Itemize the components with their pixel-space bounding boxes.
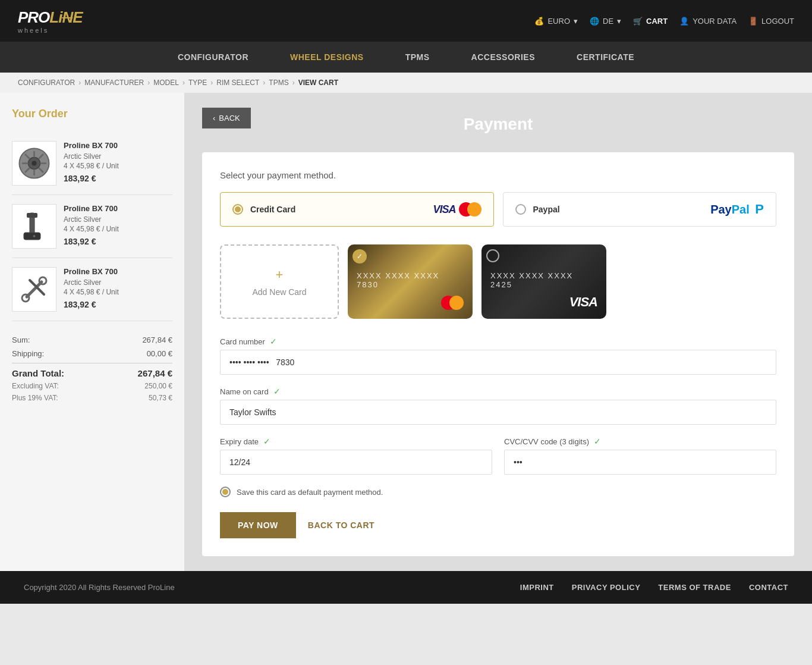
svg-point-16	[22, 294, 29, 302]
globe-icon: 🌐	[590, 17, 599, 26]
payment-method-credit-card[interactable]: Credit Card VISA	[220, 192, 494, 227]
logo-sub: wheels	[18, 27, 83, 34]
name-on-card-input[interactable]	[220, 400, 776, 425]
logout-icon: 🚪	[748, 17, 758, 26]
credit-card-logos: VISA	[433, 202, 481, 217]
cart-label: CART	[646, 17, 668, 26]
breadcrumb-manufacturer[interactable]: MANUFACTURER	[84, 79, 144, 87]
order-item-3-price: 183,92 €	[64, 300, 172, 309]
name-on-card-label: Name on card ✓	[220, 387, 776, 396]
footer: Copyright 2020 All Rights Reserved ProLi…	[0, 571, 812, 604]
logo: PROLiNE wheels	[18, 8, 83, 34]
currency-selector[interactable]: 💰 EURO ▾	[534, 17, 578, 26]
footer-privacy[interactable]: PRIVACY POLICY	[572, 583, 641, 592]
language-selector[interactable]: 🌐 DE ▾	[590, 17, 621, 26]
sum-label: Sum:	[12, 335, 30, 344]
footer-contact[interactable]: CONTACT	[749, 583, 788, 592]
page-title: Payment	[464, 115, 533, 134]
page-body: Your Order Proline BX	[0, 93, 812, 571]
black-card-footer: VISA	[490, 294, 597, 310]
order-item-1-price: 183,92 €	[64, 174, 172, 183]
order-item-1-quantity: 4 X 45,98 € / Unit	[64, 162, 172, 170]
nav-wheel-designs[interactable]: WHEEL DESIGNS	[284, 42, 370, 73]
logout-button[interactable]: 🚪 LOGOUT	[748, 17, 794, 26]
currency-icon: 💰	[534, 17, 544, 26]
order-item-2-price: 183,92 €	[64, 237, 172, 246]
order-item-1-sub: Arctic Silver	[64, 152, 172, 161]
cart-button[interactable]: 🛒 CART	[633, 17, 668, 26]
credit-card-label: Credit Card	[250, 205, 295, 214]
order-item-1-name: Proline BX 700	[64, 141, 172, 151]
order-item-2-name: Proline BX 700	[64, 204, 172, 214]
svg-point-17	[39, 277, 46, 284]
excl-vat-value: 250,00 €	[144, 382, 172, 390]
your-data-button[interactable]: 👤 YOUR DATA	[679, 17, 737, 26]
shipping-label: Shipping:	[12, 349, 44, 358]
back-button[interactable]: ‹ BACK	[202, 108, 251, 128]
saved-cards: + Add New Card ✓ XXXX XXXX XXXX 7830	[220, 244, 776, 319]
card-number-input[interactable]	[220, 350, 776, 375]
language-label: DE	[603, 17, 613, 26]
pay-now-button[interactable]: PAY NOW	[220, 512, 296, 538]
paypal-radio[interactable]	[515, 204, 526, 215]
breadcrumb-model[interactable]: MODEL	[153, 79, 179, 87]
breadcrumb-rim-select[interactable]: RIM SELECT	[216, 79, 259, 87]
shipping-value: 00,00 €	[147, 349, 172, 358]
cvc-input[interactable]	[504, 450, 776, 475]
payment-method-paypal[interactable]: Paypal PayPal P	[503, 192, 777, 227]
breadcrumb-configurator[interactable]: CONFIGURATOR	[18, 79, 75, 87]
saved-card-black[interactable]: XXXX XXXX XXXX 2425 VISA	[481, 244, 606, 319]
save-card-radio[interactable]	[220, 487, 231, 497]
order-item-1: Proline BX 700 Arctic Silver 4 X 45,98 €…	[12, 132, 172, 195]
credit-card-radio[interactable]	[232, 204, 243, 215]
card-unselected-indicator	[486, 249, 499, 262]
save-card-label: Save this card as default payment method…	[237, 488, 383, 497]
order-item-2-info: Proline BX 700 Arctic Silver 4 X 45,98 €…	[64, 204, 172, 249]
footer-imprint[interactable]: IMPRINT	[520, 583, 554, 592]
svg-point-2	[32, 161, 37, 166]
summary-shipping: Shipping: 00,00 €	[12, 347, 172, 360]
breadcrumb-tpms[interactable]: TPMS	[269, 79, 288, 87]
header: PROLiNE wheels 💰 EURO ▾ 🌐 DE ▾ 🛒 CART 👤 …	[0, 0, 812, 42]
logout-label: LOGOUT	[761, 17, 794, 26]
breadcrumb-type[interactable]: TYPE	[188, 79, 207, 87]
action-buttons: PAY NOW BACK TO CART	[220, 512, 776, 538]
expiry-cvc-row: Expiry date ✓ CVC/CVV code (3 digits) ✓	[220, 437, 776, 475]
expiry-field: Expiry date ✓	[220, 437, 492, 475]
payment-card: Select your payment method. Credit Card …	[202, 152, 794, 556]
sidebar-title: Your Order	[12, 108, 172, 120]
wheel-icon-1	[18, 147, 51, 180]
summary-plus-vat: Plus 19% VAT: 50,73 €	[12, 393, 172, 404]
grand-label: Grand Total:	[12, 368, 64, 378]
paypal-label: Paypal	[533, 205, 560, 214]
summary-sum: Sum: 267,84 €	[12, 333, 172, 347]
mastercard-logo	[459, 202, 481, 217]
name-on-card-field: Name on card ✓	[220, 387, 776, 425]
nav-certificate[interactable]: CERTIFICATE	[571, 42, 640, 73]
visa-logo: VISA	[433, 203, 455, 216]
black-card-number: XXXX XXXX XXXX 2425	[490, 271, 597, 289]
expiry-label: Expiry date ✓	[220, 437, 492, 446]
order-item-3-sub: Arctic Silver	[64, 278, 172, 287]
user-icon: 👤	[679, 17, 689, 26]
black-visa-logo: VISA	[569, 294, 597, 310]
payment-subtitle: Select your payment method.	[220, 170, 776, 180]
back-button-label: BACK	[219, 114, 240, 123]
sidebar: Your Order Proline BX	[0, 93, 184, 571]
payment-methods: Credit Card VISA Paypal	[220, 192, 776, 227]
card-selected-check: ✓	[353, 249, 367, 264]
order-item-3-image	[12, 267, 56, 312]
language-arrow: ▾	[617, 17, 621, 26]
order-item-2-quantity: 4 X 45,98 € / Unit	[64, 225, 172, 233]
expiry-input[interactable]	[220, 450, 492, 475]
back-to-cart-link[interactable]: BACK TO CART	[308, 520, 374, 530]
wrench-icon-3	[18, 273, 51, 306]
add-new-card-button[interactable]: + Add New Card	[220, 244, 339, 319]
currency-arrow: ▾	[574, 17, 578, 26]
nav-configurator[interactable]: CONFIGURATOR	[172, 42, 254, 73]
footer-terms[interactable]: TERMS OF TRADE	[658, 583, 731, 592]
plus-vat-label: Plus 19% VAT:	[12, 394, 58, 402]
saved-card-gold[interactable]: ✓ XXXX XXXX XXXX 7830	[348, 244, 473, 319]
nav-tpms[interactable]: TPMS	[399, 42, 436, 73]
nav-accessories[interactable]: ACCESSORIES	[465, 42, 541, 73]
